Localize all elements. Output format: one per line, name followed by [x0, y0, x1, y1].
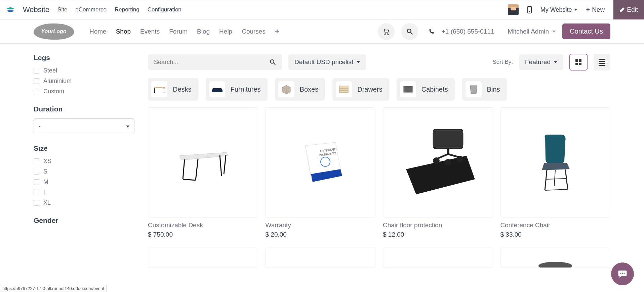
cart-button[interactable]	[378, 23, 395, 40]
desk-thumb-icon	[151, 81, 167, 97]
svg-rect-12	[339, 86, 348, 93]
view-grid-button[interactable]	[569, 54, 588, 70]
nav-shop[interactable]: Shop	[116, 28, 131, 35]
product-image	[500, 107, 611, 217]
products-grid: Customizable Desk $ 750.00 EXTENDEDWARRA…	[148, 107, 610, 238]
filter-title-size: Size	[34, 144, 134, 152]
new-button[interactable]: + New	[586, 6, 605, 14]
filter-option-xl[interactable]: XL	[34, 199, 134, 206]
product-image: EXTENDEDWARRANTY	[266, 107, 376, 217]
checkbox[interactable]	[34, 78, 39, 84]
search-icon	[406, 28, 413, 35]
chevron-down-icon	[574, 9, 577, 11]
view-list-button[interactable]	[594, 54, 610, 70]
menu-ecommerce[interactable]: eCommerce	[75, 6, 107, 13]
user-dropdown[interactable]: Mitchell Admin	[508, 28, 556, 35]
svg-line-3	[274, 63, 275, 65]
pricelist-dropdown[interactable]: Default USD pricelist	[288, 54, 366, 70]
filter-option-aluminium[interactable]: Aluminium	[34, 78, 134, 85]
category-drawers[interactable]: Drawers	[332, 78, 389, 101]
app-title[interactable]: Website	[23, 5, 49, 14]
nav-blog[interactable]: Blog	[197, 28, 210, 35]
website-switcher[interactable]: My Website	[540, 6, 577, 13]
product-placeholder-2[interactable]	[266, 248, 376, 272]
header-right: +1 (650) 555-0111 Mitchell Admin Contact…	[378, 23, 610, 40]
product-placeholder-3[interactable]	[383, 248, 493, 272]
chevron-down-icon	[126, 126, 129, 128]
contact-button[interactable]: Contact Us	[562, 23, 610, 39]
filter-option-steel[interactable]: Steel	[34, 67, 134, 74]
nav-courses[interactable]: Courses	[242, 28, 266, 35]
grid-view-icon	[571, 56, 586, 68]
filter-option-m[interactable]: M	[34, 179, 134, 186]
add-menu-icon[interactable]: +	[275, 27, 279, 36]
menu-reporting[interactable]: Reporting	[115, 6, 139, 13]
filter-option-l[interactable]: L	[34, 189, 134, 196]
filter-title-gender: Gender	[34, 216, 134, 225]
nav-events[interactable]: Events	[140, 28, 160, 35]
nav-help[interactable]: Help	[219, 28, 232, 35]
svg-point-44	[538, 262, 572, 267]
chevron-down-icon	[552, 31, 556, 33]
svg-marker-38	[542, 163, 570, 170]
checkbox[interactable]	[34, 169, 39, 175]
product-conference-chair[interactable]: Conference Chair $ 33.00	[500, 107, 611, 238]
product-warranty[interactable]: EXTENDEDWARRANTY Warranty $ 20.00	[266, 107, 376, 238]
product-placeholder-1[interactable]	[148, 248, 258, 272]
nav-forum[interactable]: Forum	[169, 28, 188, 35]
product-placeholder-4[interactable]	[500, 248, 611, 272]
checkbox[interactable]	[34, 190, 39, 195]
nav-home[interactable]: Home	[89, 28, 107, 35]
filters-sidebar: Legs Steel Aluminium Custom Duration - S…	[34, 54, 134, 272]
category-desks[interactable]: Desks	[148, 78, 198, 101]
product-price: $ 20.00	[266, 231, 376, 238]
edit-button[interactable]: Edit	[613, 0, 644, 19]
category-cabinets[interactable]: Cabinets	[397, 78, 455, 101]
checkbox[interactable]	[34, 179, 39, 185]
filter-option-xs[interactable]: XS	[34, 158, 134, 165]
duration-select[interactable]: -	[34, 118, 134, 134]
chevron-down-icon	[357, 61, 360, 63]
filter-option-custom[interactable]: Custom	[34, 88, 134, 95]
svg-point-2	[271, 60, 274, 63]
category-boxes[interactable]: Boxes	[275, 78, 325, 101]
user-avatar[interactable]	[508, 4, 519, 15]
checkbox[interactable]	[34, 158, 39, 164]
svg-line-22	[224, 155, 226, 174]
menu-site[interactable]: Site	[57, 6, 67, 13]
svg-marker-17	[179, 152, 228, 160]
site-nav: Home Shop Events Forum Blog Help Courses…	[89, 27, 279, 36]
filter-title-duration: Duration	[34, 105, 134, 113]
svg-marker-29	[406, 156, 475, 194]
svg-line-37	[448, 154, 460, 157]
filter-title-legs: Legs	[34, 54, 134, 62]
drawer-thumb-icon	[336, 81, 352, 97]
search-input[interactable]	[154, 59, 269, 66]
site-header: YourLogo Home Shop Events Forum Blog Hel…	[0, 19, 644, 44]
mobile-preview-icon[interactable]	[527, 6, 532, 13]
product-image	[266, 248, 376, 268]
search-button[interactable]	[401, 23, 418, 40]
category-furnitures[interactable]: Furnitures	[206, 78, 268, 101]
chevron-down-icon	[554, 61, 557, 63]
products-grid-row2	[148, 248, 610, 272]
product-chair-floor-protection[interactable]: Chair floor protection $ 12.00	[383, 107, 493, 238]
phone-number[interactable]: +1 (650) 555-0111	[442, 28, 494, 35]
site-logo[interactable]: YourLogo	[34, 23, 74, 40]
sort-value: Featured	[525, 58, 551, 66]
pencil-icon	[619, 7, 625, 12]
svg-point-34	[445, 159, 451, 166]
svg-line-43	[554, 170, 555, 186]
sort-dropdown[interactable]: Featured	[519, 54, 563, 70]
checkbox[interactable]	[34, 89, 39, 94]
checkbox[interactable]	[34, 200, 39, 206]
search-icon[interactable]	[269, 58, 276, 66]
filter-option-s[interactable]: S	[34, 168, 134, 175]
filter-duration: Duration -	[34, 105, 134, 134]
product-customizable-desk[interactable]: Customizable Desk $ 750.00	[148, 107, 258, 238]
menu-configuration[interactable]: Configuration	[148, 6, 182, 13]
checkbox[interactable]	[34, 68, 39, 74]
product-search[interactable]	[148, 54, 282, 70]
category-bins[interactable]: Bins	[462, 78, 507, 101]
svg-line-41	[545, 189, 568, 190]
